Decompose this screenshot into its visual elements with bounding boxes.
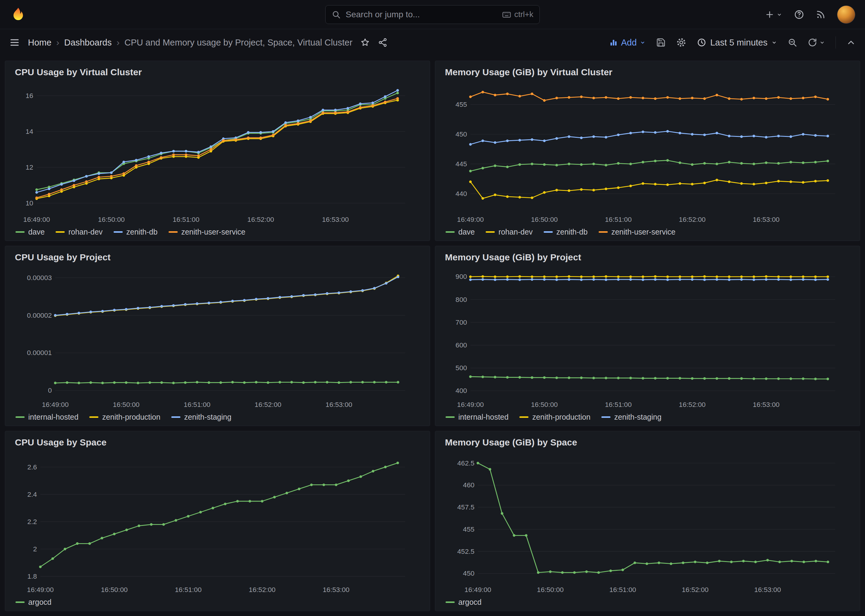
svg-text:10: 10 (25, 200, 33, 207)
panel-cpu-usage-by-virtual-cluster: CPU Usage by Virtual Cluster 1012141616:… (5, 61, 430, 241)
legend-series-color (89, 416, 98, 418)
legend-item-rohan-dev[interactable]: rohan-dev (486, 228, 533, 236)
chart-legend: daverohan-devzenith-dbzenith-user-servic… (440, 225, 854, 237)
legend-series-color (599, 231, 608, 233)
chart-canvas[interactable]: 450452.5455457.5460462.516:49:0016:50:00… (440, 449, 854, 596)
svg-text:16:52:00: 16:52:00 (255, 401, 281, 409)
chevron-down-icon (771, 39, 777, 46)
chart-canvas[interactable]: 44044545045516:49:0016:50:0016:51:0016:5… (440, 79, 854, 225)
legend-item-argocd[interactable]: argocd (16, 598, 51, 607)
legend-item-zenith-production[interactable]: zenith-production (519, 413, 591, 421)
svg-text:16:50:00: 16:50:00 (531, 401, 558, 409)
refresh-button[interactable] (808, 38, 825, 47)
breadcrumb-home[interactable]: Home (28, 38, 51, 48)
breadcrumb: Home › Dashboards › CPU and Memory usage… (28, 37, 352, 48)
user-avatar[interactable] (837, 5, 855, 24)
legend-item-internal-hosted[interactable]: internal-hosted (16, 413, 78, 421)
mega-menu-button[interactable] (9, 37, 20, 48)
svg-text:16:52:00: 16:52:00 (249, 586, 276, 594)
chart-memory-by-space[interactable]: 450452.5455457.5460462.516:49:0016:50:00… (440, 449, 854, 596)
favorite-button[interactable] (360, 38, 370, 47)
svg-text:460: 460 (463, 481, 474, 489)
svg-text:900: 900 (455, 273, 467, 280)
search-bar[interactable]: Search or jump to... ctrl+k (325, 5, 540, 24)
legend-series-color (446, 416, 455, 418)
svg-text:16:53:00: 16:53:00 (753, 216, 780, 223)
grafana-logo[interactable] (10, 6, 27, 23)
panel-title[interactable]: CPU Usage by Project (10, 250, 424, 264)
chart-canvas[interactable]: 40050060070080090016:49:0016:50:0016:51:… (440, 264, 854, 410)
legend-series-color (171, 416, 180, 418)
legend-item-zenith-db[interactable]: zenith-db (544, 228, 588, 236)
legend-item-zenith-user-service[interactable]: zenith-user-service (169, 228, 246, 236)
legend-item-zenith-production[interactable]: zenith-production (89, 413, 161, 421)
chart-memory-by-project[interactable]: 40050060070080090016:49:0016:50:0016:51:… (440, 264, 854, 410)
legend-series-color (446, 231, 455, 233)
panel-memory-usage-by-project: Memory Usage (GiB) by Project 4005006007… (435, 246, 860, 426)
legend-series-name: internal-hosted (458, 413, 509, 421)
legend-series-name: zenith-staging (614, 413, 662, 421)
legend-series-name: dave (458, 228, 475, 236)
legend-series-color (169, 231, 178, 233)
add-panel-button[interactable]: Add (609, 38, 646, 48)
new-menu-button[interactable] (765, 10, 782, 19)
news-feed-button[interactable] (816, 10, 826, 19)
legend-item-zenith-staging[interactable]: zenith-staging (601, 413, 662, 421)
legend-item-internal-hosted[interactable]: internal-hosted (446, 413, 509, 421)
svg-text:450: 450 (455, 130, 467, 138)
chart-cpu-by-project[interactable]: 00.000010.000020.0000316:49:0016:50:0016… (10, 264, 424, 410)
svg-text:16:49:00: 16:49:00 (27, 586, 54, 594)
legend-item-zenith-staging[interactable]: zenith-staging (171, 413, 232, 421)
legend-series-color (601, 416, 610, 418)
panel-title[interactable]: Memory Usage (GiB) by Virtual Cluster (440, 65, 854, 79)
panel-title[interactable]: Memory Usage (GiB) by Space (440, 435, 854, 449)
clock-icon (697, 38, 706, 47)
legend-item-argocd[interactable]: argocd (446, 598, 481, 607)
time-range-picker[interactable]: Last 5 minutes (697, 38, 777, 48)
collapse-toolbar-button[interactable] (846, 38, 856, 47)
legend-series-color (519, 416, 528, 418)
chart-canvas[interactable]: 00.000010.000020.0000316:49:0016:50:0016… (10, 264, 424, 410)
svg-text:16:49:00: 16:49:00 (24, 216, 50, 223)
legend-series-name: zenith-production (532, 413, 591, 421)
panel-title[interactable]: Memory Usage (GiB) by Project (440, 250, 854, 264)
legend-series-color (113, 231, 123, 233)
legend-item-rohan-dev[interactable]: rohan-dev (55, 228, 102, 236)
chart-canvas[interactable]: 1012141616:49:0016:50:0016:51:0016:52:00… (10, 79, 424, 225)
svg-text:1.8: 1.8 (27, 573, 37, 580)
chart-legend: internal-hostedzenith-productionzenith-s… (440, 410, 854, 422)
chart-memory-by-virtual-cluster[interactable]: 44044545045516:49:0016:50:0016:51:0016:5… (440, 79, 854, 225)
svg-text:16:51:00: 16:51:00 (175, 586, 202, 594)
svg-text:0.00002: 0.00002 (27, 312, 52, 319)
dashboard-settings-button[interactable] (676, 37, 686, 48)
share-button[interactable] (378, 38, 388, 47)
top-navbar: Search or jump to... ctrl+k (0, 0, 865, 29)
add-label: Add (621, 38, 637, 48)
svg-text:450: 450 (463, 570, 474, 577)
legend-item-dave[interactable]: dave (16, 228, 45, 236)
panel-memory-usage-by-virtual-cluster: Memory Usage (GiB) by Virtual Cluster 44… (435, 61, 860, 241)
save-dashboard-button[interactable] (656, 38, 666, 47)
zoom-out-button[interactable] (788, 38, 797, 47)
breadcrumb-dashboards[interactable]: Dashboards (64, 38, 112, 48)
svg-text:16:50:00: 16:50:00 (537, 586, 564, 594)
svg-text:16: 16 (25, 92, 33, 99)
svg-text:16:50:00: 16:50:00 (113, 401, 139, 409)
legend-series-color (544, 231, 553, 233)
svg-text:455: 455 (455, 101, 467, 108)
help-icon (794, 9, 804, 20)
help-button[interactable] (794, 9, 804, 20)
legend-item-zenith-user-service[interactable]: zenith-user-service (599, 228, 676, 236)
svg-text:2.2: 2.2 (27, 518, 37, 526)
legend-item-zenith-db[interactable]: zenith-db (113, 228, 158, 236)
panel-title[interactable]: CPU Usage by Space (10, 435, 424, 449)
chart-cpu-by-space[interactable]: 1.822.22.42.616:49:0016:50:0016:51:0016:… (10, 449, 424, 596)
panel-title[interactable]: CPU Usage by Virtual Cluster (10, 65, 424, 79)
svg-text:16:53:00: 16:53:00 (754, 586, 781, 594)
svg-text:16:53:00: 16:53:00 (753, 401, 780, 409)
legend-item-dave[interactable]: dave (446, 228, 475, 236)
chart-cpu-by-virtual-cluster[interactable]: 1012141616:49:0016:50:0016:51:0016:52:00… (10, 79, 424, 225)
bar-chart-icon (609, 38, 618, 47)
svg-text:16:49:00: 16:49:00 (465, 586, 491, 594)
chart-canvas[interactable]: 1.822.22.42.616:49:0016:50:0016:51:0016:… (10, 449, 424, 596)
